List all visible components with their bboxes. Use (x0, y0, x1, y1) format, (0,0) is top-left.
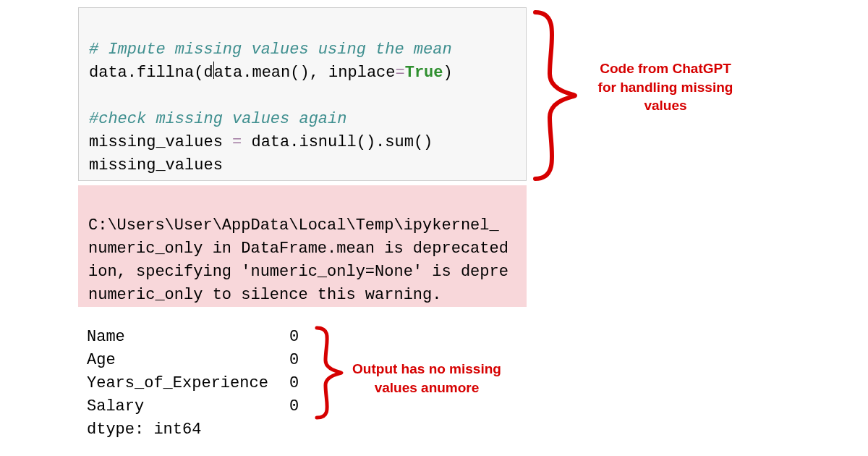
code-comment-2: #check missing values again (89, 110, 346, 128)
output-label: Salary (87, 395, 289, 418)
code-close: ) (443, 64, 453, 82)
output-label: Name (87, 326, 289, 349)
annotation-text: Code from ChatGPT for handling missing v… (590, 59, 741, 115)
output-label: Age (87, 349, 289, 372)
output-row: Name0 (87, 328, 299, 346)
output-row: Age0 (87, 351, 299, 369)
warning-line-2: numeric_only in DataFrame.mean is deprec… (88, 240, 509, 258)
code-true: True (405, 64, 443, 82)
output-value: 0 (289, 351, 299, 369)
output-value: 0 (289, 328, 299, 346)
warning-line-4: numeric_only to silence this warning. (88, 286, 441, 304)
warning-line-3: ion, specifying 'numeric_only=None' is d… (88, 263, 509, 281)
output-label: Years_of_Experience (87, 372, 289, 395)
annotation-bottom: Output has no missing values anumore (351, 360, 503, 397)
code-eq-1: = (395, 64, 404, 82)
code-line-2b: ata.mean(), inplace (214, 64, 396, 82)
code-comment-1: # Impute missing values using the mean (89, 41, 452, 59)
code-line-5b: data.isnull().sum() (242, 133, 433, 151)
annotation-text: Output has no missing values anumore (351, 360, 503, 397)
code-cell: # Impute missing values using the mean d… (78, 7, 527, 181)
code-line-5a: missing_values (89, 133, 232, 151)
warning-line-1: C:\Users\User\AppData\Local\Temp\ipykern… (88, 216, 499, 235)
output-value: 0 (289, 397, 299, 415)
output-row: Years_of_Experience0 (87, 374, 299, 392)
output-dtype: dtype: int64 (87, 421, 201, 439)
code-line-6: missing_values (89, 156, 223, 174)
brace-icon (532, 9, 582, 182)
warning-output: C:\Users\User\AppData\Local\Temp\ipykern… (78, 185, 527, 307)
annotation-top: Code from ChatGPT for handling missing v… (590, 59, 741, 115)
output-row: Salary0 (87, 397, 299, 415)
code-line-2a: data.fillna(d (89, 64, 213, 82)
output-value: 0 (289, 374, 299, 392)
code-eq-2: = (232, 133, 242, 151)
